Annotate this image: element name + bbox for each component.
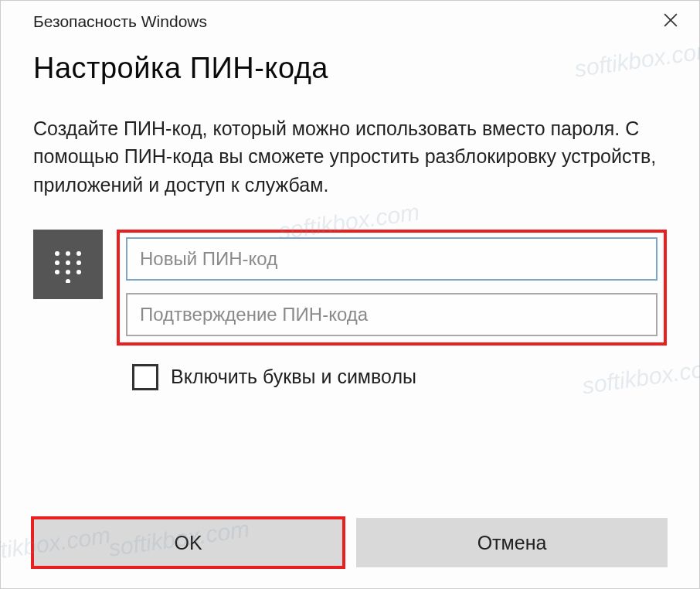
svg-point-11 xyxy=(66,279,70,283)
window-title: Безопасность Windows xyxy=(33,12,207,31)
svg-point-6 xyxy=(66,260,70,265)
dialog-buttons: OK Отмена xyxy=(32,518,668,567)
close-button[interactable] xyxy=(653,9,688,34)
cancel-button[interactable]: Отмена xyxy=(356,518,668,567)
ok-button[interactable]: OK xyxy=(32,518,344,567)
dialog-content: Настройка ПИН-кода Создайте ПИН-код, кот… xyxy=(1,36,699,390)
dialog-description: Создайте ПИН-код, который можно использо… xyxy=(33,114,667,199)
pin-inputs-highlight xyxy=(117,230,667,346)
svg-point-7 xyxy=(76,260,81,265)
svg-point-3 xyxy=(66,251,70,256)
pin-input-row xyxy=(33,230,667,346)
letters-symbols-label: Включить буквы и символы xyxy=(171,366,416,388)
letters-symbols-row: Включить буквы и символы xyxy=(132,364,667,390)
keypad-icon xyxy=(33,230,103,299)
svg-point-8 xyxy=(55,270,59,274)
close-icon xyxy=(664,13,678,31)
svg-point-2 xyxy=(55,251,59,256)
new-pin-input[interactable] xyxy=(126,237,658,281)
dialog-heading: Настройка ПИН-кода xyxy=(33,52,667,85)
svg-point-10 xyxy=(76,270,81,274)
svg-point-4 xyxy=(76,251,81,256)
security-dialog: Безопасность Windows Настройка ПИН-кода … xyxy=(0,0,700,589)
confirm-pin-input[interactable] xyxy=(126,293,658,336)
svg-point-5 xyxy=(55,260,59,265)
letters-symbols-checkbox[interactable] xyxy=(132,364,158,390)
titlebar: Безопасность Windows xyxy=(1,1,699,36)
svg-point-9 xyxy=(66,270,70,274)
